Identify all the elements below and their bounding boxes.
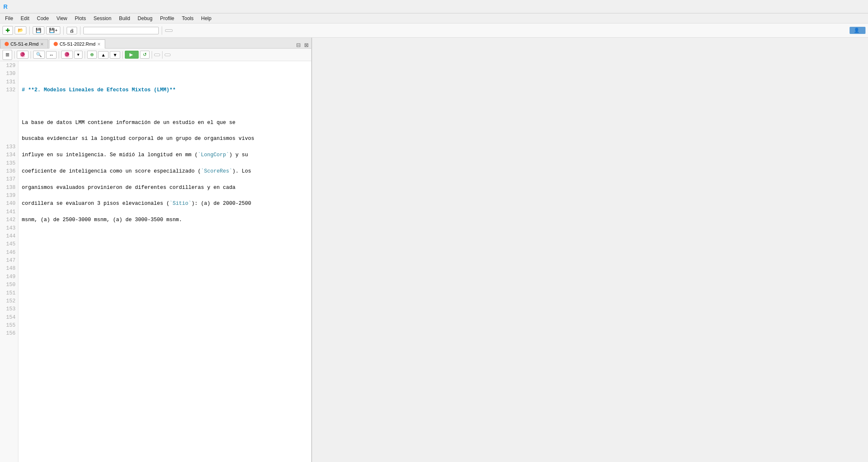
menu-tools[interactable]: Tools bbox=[178, 15, 197, 22]
editor-expand-btn[interactable]: ⊠ bbox=[303, 42, 310, 48]
line-numbers: 129 130 131 132 133 134 135 136 137 138 … bbox=[0, 61, 18, 462]
ed-sep-7 bbox=[162, 51, 163, 59]
line-130: # **2. Modelos Lineales de Efectos Mixto… bbox=[22, 86, 308, 94]
addins-button[interactable] bbox=[165, 29, 173, 32]
ed-sep-1 bbox=[14, 51, 15, 59]
source-button[interactable] bbox=[154, 54, 160, 56]
menu-code[interactable]: Code bbox=[34, 15, 52, 22]
menu-build[interactable]: Build bbox=[116, 15, 134, 22]
tab2-label: C5-S1-2022.Rmd bbox=[59, 41, 96, 46]
code-content[interactable]: # **2. Modelos Lineales de Efectos Mixto… bbox=[18, 61, 311, 462]
user-icon: 👤 bbox=[854, 28, 860, 33]
tab2-close[interactable]: ✕ bbox=[97, 42, 101, 46]
ed-sep-2 bbox=[31, 51, 31, 59]
toolbar-separator-2 bbox=[63, 26, 64, 35]
code-editor: 129 130 131 132 133 134 135 136 137 138 … bbox=[0, 61, 311, 462]
format-button[interactable]: ≡ bbox=[3, 50, 12, 60]
main-toolbar: ✚ 📂 💾 💾+ 🖨 👤 bbox=[0, 23, 868, 38]
knit-button[interactable]: 🧶 bbox=[61, 51, 73, 59]
menu-profile[interactable]: Profile bbox=[157, 15, 178, 22]
line-133 bbox=[22, 232, 308, 240]
save-button[interactable]: 💾 bbox=[33, 26, 44, 34]
title-bar-left: R bbox=[3, 3, 10, 10]
search-button[interactable]: 🔍 bbox=[33, 51, 45, 59]
tab1-label: C5-S1-e.Rmd bbox=[10, 41, 39, 46]
title-bar: R bbox=[0, 0, 868, 13]
line-131 bbox=[22, 103, 308, 111]
run-button[interactable]: ▶ bbox=[125, 51, 139, 59]
go-to-file-input[interactable] bbox=[83, 27, 159, 34]
editor-toolbar: ≡ 🧶 🔍 ↔ 🧶 ▾ ⊕ ▲ ▼ ▶ ↺ bbox=[0, 49, 311, 61]
insert-chunk-button[interactable]: ⊕ bbox=[87, 51, 97, 59]
knit-options-button[interactable]: ▾ bbox=[74, 51, 83, 59]
line-132e: organismos evaluados provinieron de dife… bbox=[22, 184, 308, 192]
app-icon: R bbox=[3, 3, 8, 10]
run-icon: ▶ bbox=[129, 52, 133, 57]
line-132b: buscaba evidenciar si la longitud corpor… bbox=[22, 135, 308, 143]
ed-sep-4 bbox=[85, 51, 85, 59]
ed-sep-5 bbox=[122, 51, 123, 59]
editor-tab-1[interactable]: C5-S1-e.Rmd ✕ bbox=[0, 39, 48, 48]
toolbar-separator-1 bbox=[29, 26, 30, 35]
toolbar-separator-3 bbox=[80, 26, 80, 35]
tab2-icon bbox=[54, 42, 58, 46]
editor-panel: C5-S1-e.Rmd ✕ C5-S1-2022.Rmd ✕ ⊟ ⊠ ≡ 🧶 🔍 bbox=[0, 38, 312, 462]
line-132: La base de datos LMM contiene informació… bbox=[22, 119, 308, 127]
save-all-button[interactable]: 💾+ bbox=[46, 26, 60, 34]
menu-session[interactable]: Session bbox=[90, 15, 115, 22]
main-content: C5-S1-e.Rmd ✕ C5-S1-2022.Rmd ✕ ⊟ ⊠ ≡ 🧶 🔍 bbox=[0, 38, 868, 462]
toolbar-separator-4 bbox=[162, 26, 162, 35]
nav-down-button[interactable]: ▼ bbox=[110, 51, 120, 59]
menu-plots[interactable]: Plots bbox=[72, 15, 90, 22]
line-132d: coeficiente de inteligencia como un scor… bbox=[22, 168, 308, 176]
new-file-button[interactable]: ✚ bbox=[3, 26, 13, 35]
tab1-icon bbox=[5, 42, 9, 46]
menu-debug[interactable]: Debug bbox=[134, 15, 156, 22]
print-button[interactable]: 🖨 bbox=[67, 27, 77, 34]
knit-icon: 🧶 bbox=[64, 52, 70, 57]
editor-tab-bar: C5-S1-e.Rmd ✕ C5-S1-2022.Rmd ✕ ⊟ ⊠ bbox=[0, 38, 311, 49]
menu-view[interactable]: View bbox=[53, 15, 71, 22]
tab1-close[interactable]: ✕ bbox=[40, 42, 44, 46]
line-132g: msnm, (a) de 2500-3000 msnm, (a) de 3000… bbox=[22, 216, 308, 224]
menu-file[interactable]: File bbox=[2, 15, 16, 22]
line-132f: cordillera se evaluaron 3 pisos elevacio… bbox=[22, 200, 308, 208]
editor-collapse-btn[interactable]: ⊟ bbox=[295, 42, 302, 48]
ed-sep-6 bbox=[152, 51, 152, 59]
nav-up-button[interactable]: ▲ bbox=[98, 51, 108, 59]
font-size-button[interactable] bbox=[165, 54, 170, 56]
line-129 bbox=[22, 70, 308, 78]
ed-sep-3 bbox=[59, 51, 59, 59]
line-132c: influye en su inteligencia. Se midió la … bbox=[22, 151, 308, 159]
menu-help[interactable]: Help bbox=[198, 15, 215, 22]
menu-edit[interactable]: Edit bbox=[17, 15, 33, 22]
replace-button[interactable]: ↔ bbox=[46, 51, 57, 59]
cs-indicator[interactable]: 👤 bbox=[850, 27, 865, 34]
editor-tab-2[interactable]: C5-S1-2022.Rmd ✕ bbox=[49, 39, 105, 49]
menu-bar: File Edit Code View Plots Session Build … bbox=[0, 13, 868, 23]
rerun-button[interactable]: ↺ bbox=[140, 51, 150, 59]
editor-tab-controls: ⊟ ⊠ bbox=[295, 42, 311, 48]
knit-on-save-button[interactable]: 🧶 bbox=[17, 51, 28, 59]
open-file-button[interactable]: 📂 bbox=[15, 26, 26, 34]
